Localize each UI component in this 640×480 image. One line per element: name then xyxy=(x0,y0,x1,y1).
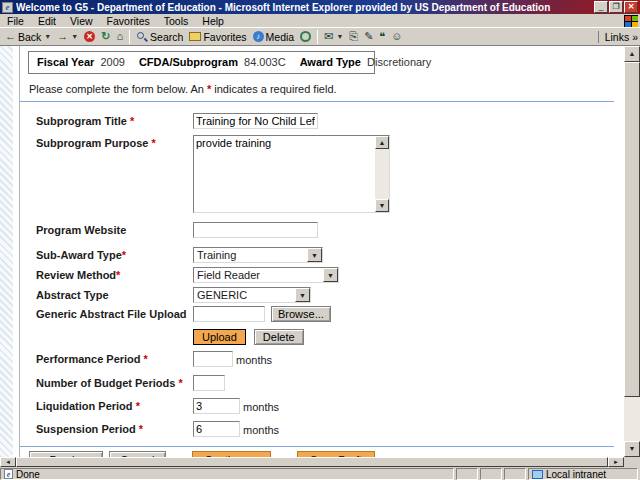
label-text: Number of Budget Periods xyxy=(36,377,175,389)
liquidation-period-row: Liquidation Period * months xyxy=(20,398,624,414)
discuss-button[interactable]: ❝ xyxy=(376,30,388,43)
vertical-scrollbar[interactable]: ▲ ▼ xyxy=(624,46,640,457)
menu-file[interactable]: File xyxy=(0,15,31,27)
forward-dropdown-icon[interactable]: ▼ xyxy=(71,33,78,40)
sub-award-type-select[interactable]: Training ▼ xyxy=(193,247,323,263)
program-website-input[interactable] xyxy=(193,222,318,238)
stop-icon: ✕ xyxy=(84,31,95,42)
restore-button[interactable]: ❐ xyxy=(609,1,623,13)
subprogram-title-row: Subprogram Title * xyxy=(20,113,624,129)
back-label: Back xyxy=(18,31,41,43)
upload-row-spacer xyxy=(36,329,193,331)
scroll-down-icon[interactable]: ▼ xyxy=(375,199,389,212)
budget-periods-input[interactable] xyxy=(193,375,225,391)
scroll-left-icon[interactable]: ◄ xyxy=(0,457,16,467)
refresh-button[interactable]: ↻ xyxy=(98,30,113,43)
label-text: Suspension Period xyxy=(36,423,136,435)
minimize-button[interactable]: _ xyxy=(594,1,608,13)
print-button[interactable]: ⎘ xyxy=(346,30,361,43)
form-instruction: Please complete the form below. An * ind… xyxy=(29,83,624,95)
required-asterisk: * xyxy=(152,137,156,149)
close-button[interactable]: ✕ xyxy=(624,1,638,13)
browser-viewport: Fiscal Year 2009CFDA/Subprogram 84.003CA… xyxy=(0,46,640,457)
divider-rule-top xyxy=(20,101,614,102)
scrollbar-thumb[interactable] xyxy=(16,457,608,467)
back-dropdown-icon[interactable]: ▼ xyxy=(44,33,51,40)
page-status-icon: e xyxy=(4,469,13,479)
subprogram-title-input[interactable] xyxy=(193,113,318,129)
months-suffix: months xyxy=(243,421,279,436)
label-text: Performance Period xyxy=(36,353,141,365)
abstract-type-label: Abstract Type xyxy=(36,287,193,301)
search-icon xyxy=(136,31,148,43)
ie-logo-icon: e xyxy=(2,2,13,13)
links-bar[interactable]: Links » xyxy=(598,31,638,43)
review-method-label: Review Method* xyxy=(36,267,193,281)
upload-button[interactable]: Upload xyxy=(193,329,246,345)
edit-button[interactable]: ✎ xyxy=(361,30,376,43)
horizontal-scrollbar[interactable]: ◄ ► xyxy=(0,457,640,467)
messenger-button[interactable]: ☺ xyxy=(388,30,405,43)
mail-dropdown-icon[interactable]: ▼ xyxy=(336,33,343,40)
delete-button[interactable]: Delete xyxy=(254,329,304,345)
windows-logo-throbber-icon xyxy=(624,15,638,27)
suspension-period-input[interactable] xyxy=(193,421,240,437)
performance-period-input[interactable] xyxy=(193,351,233,367)
links-chevron-icon[interactable]: » xyxy=(632,31,638,43)
menu-edit[interactable]: Edit xyxy=(31,15,63,27)
back-arrow-icon: ← xyxy=(5,31,16,42)
menu-favorites[interactable]: Favorites xyxy=(100,15,157,27)
award-type-value: Discretionary xyxy=(367,56,431,68)
favorites-button[interactable]: Favorites xyxy=(186,30,249,44)
label-text: Subprogram Title xyxy=(36,115,127,127)
budget-periods-row: Number of Budget Periods * xyxy=(20,375,624,391)
mail-button[interactable]: ✉ ▼ xyxy=(321,30,346,43)
review-method-select[interactable]: Field Reader ▼ xyxy=(193,267,339,283)
media-button[interactable]: ♪ Media xyxy=(250,30,298,44)
menu-help[interactable]: Help xyxy=(195,15,231,27)
forward-button[interactable]: → ▼ xyxy=(54,30,81,43)
fiscal-year-value: 2009 xyxy=(100,56,124,68)
liquidation-period-input[interactable] xyxy=(193,398,240,414)
messenger-icon: ☺ xyxy=(391,31,402,42)
cfda-label: CFDA/Subprogram xyxy=(139,56,238,68)
search-button[interactable]: Search xyxy=(133,30,186,44)
program-website-label: Program Website xyxy=(36,222,193,236)
media-icon: ♪ xyxy=(253,31,264,42)
home-button[interactable]: ⌂ xyxy=(113,30,126,43)
browse-button[interactable]: Browse... xyxy=(271,306,331,322)
history-button[interactable] xyxy=(297,30,314,43)
status-message-panel: e Done xyxy=(0,468,454,480)
textarea-scrollbar[interactable]: ▲ ▼ xyxy=(375,136,389,212)
scroll-down-icon[interactable]: ▼ xyxy=(624,441,640,457)
abstract-type-select[interactable]: GENERIC ▼ xyxy=(193,287,311,303)
label-text: Sub-Award Type xyxy=(36,249,122,261)
chevron-down-icon[interactable]: ▼ xyxy=(323,268,338,282)
scrollbar-thumb[interactable] xyxy=(624,62,640,397)
selected-value: Field Reader xyxy=(194,268,323,282)
menu-view[interactable]: View xyxy=(63,15,100,27)
menu-bar: File Edit View Favorites Tools Help xyxy=(0,14,640,28)
label-text: Liquidation Period xyxy=(36,400,133,412)
required-asterisk: * xyxy=(178,377,182,389)
required-asterisk: * xyxy=(122,249,126,261)
scroll-up-icon[interactable]: ▲ xyxy=(375,136,389,149)
scrollbar-track[interactable] xyxy=(375,149,389,199)
status-text: Done xyxy=(16,469,40,480)
scroll-right-icon[interactable]: ► xyxy=(608,457,624,467)
review-method-row: Review Method* Field Reader ▼ xyxy=(20,267,624,283)
favorites-label: Favorites xyxy=(203,31,246,43)
scroll-up-icon[interactable]: ▲ xyxy=(624,46,640,62)
chevron-down-icon[interactable]: ▼ xyxy=(295,288,310,302)
months-suffix: months xyxy=(243,398,279,413)
file-path-input[interactable] xyxy=(193,306,265,322)
favorites-folder-icon xyxy=(189,32,201,41)
back-button[interactable]: ← Back ▼ xyxy=(2,30,54,44)
subprogram-purpose-textarea[interactable]: provide training xyxy=(194,136,375,212)
stop-button[interactable]: ✕ xyxy=(81,30,98,43)
chevron-down-icon[interactable]: ▼ xyxy=(307,248,322,262)
scrollbar-track[interactable] xyxy=(624,397,640,441)
menu-tools[interactable]: Tools xyxy=(157,15,196,27)
required-asterisk: * xyxy=(136,400,140,412)
subprogram-title-label: Subprogram Title * xyxy=(36,113,193,127)
